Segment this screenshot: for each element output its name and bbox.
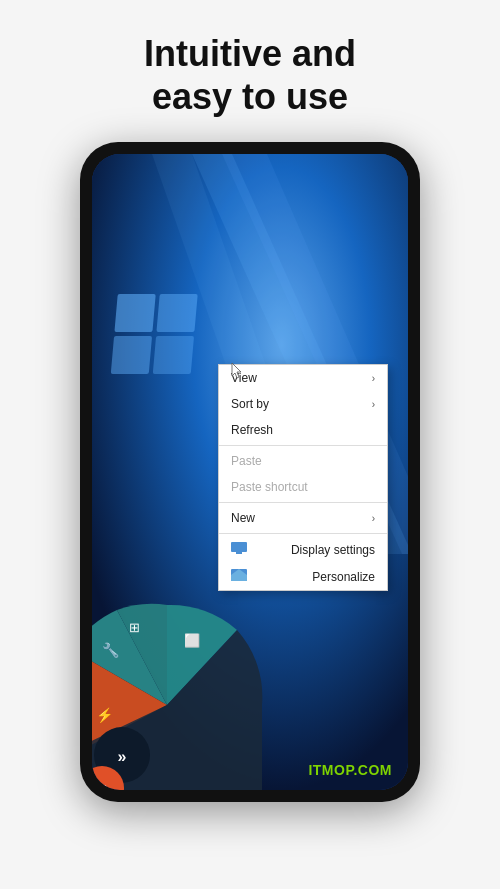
title-line2: easy to use (152, 76, 348, 117)
svg-rect-6 (111, 336, 152, 374)
menu-item-view-arrow: › (372, 373, 375, 384)
menu-item-paste: Paste (219, 448, 387, 474)
phone-screen: View › Sort by › Refresh Paste Paste sho… (92, 154, 408, 790)
personalize-icon (231, 569, 247, 584)
menu-item-display-settings-label: Display settings (291, 543, 375, 557)
menu-item-sortby[interactable]: Sort by › (219, 391, 387, 417)
menu-separator-2 (219, 502, 387, 503)
header-title: Intuitive and easy to use (40, 32, 460, 118)
radial-menu-svg: 🔧 ⊞ ⬜ ⚡ » ✕ (92, 600, 272, 790)
menu-item-new-label: New (231, 511, 255, 525)
svg-text:⚡: ⚡ (96, 707, 114, 724)
svg-text:⬜: ⬜ (184, 632, 201, 649)
menu-item-paste-shortcut: Paste shortcut (219, 474, 387, 500)
menu-item-new-arrow: › (372, 513, 375, 524)
cursor-icon (231, 362, 245, 380)
title-line1: Intuitive and (144, 33, 356, 74)
display-settings-icon (231, 542, 247, 557)
phone-wrapper: View › Sort by › Refresh Paste Paste sho… (0, 142, 500, 802)
watermark: ITMOP.COM (308, 762, 392, 778)
svg-rect-7 (153, 336, 194, 374)
context-menu: View › Sort by › Refresh Paste Paste sho… (218, 364, 388, 591)
menu-item-personalize-label: Personalize (312, 570, 375, 584)
menu-item-display-settings[interactable]: Display settings (219, 536, 387, 563)
svg-text:🔧: 🔧 (102, 642, 120, 659)
svg-rect-10 (236, 552, 242, 554)
menu-item-new[interactable]: New › (219, 505, 387, 531)
svg-marker-8 (232, 363, 241, 378)
menu-item-paste-label: Paste (231, 454, 262, 468)
menu-item-sortby-label: Sort by (231, 397, 269, 411)
svg-rect-9 (231, 542, 247, 552)
svg-text:⊞: ⊞ (129, 620, 140, 635)
svg-text:»: » (118, 748, 127, 765)
phone-frame: View › Sort by › Refresh Paste Paste sho… (80, 142, 420, 802)
app-header: Intuitive and easy to use (0, 0, 500, 142)
menu-item-personalize[interactable]: Personalize (219, 563, 387, 590)
menu-separator-3 (219, 533, 387, 534)
svg-rect-5 (156, 294, 197, 332)
menu-separator-1 (219, 445, 387, 446)
svg-rect-4 (114, 294, 155, 332)
menu-item-refresh[interactable]: Refresh (219, 417, 387, 443)
menu-item-refresh-label: Refresh (231, 423, 273, 437)
svg-text:✕: ✕ (96, 782, 108, 790)
menu-item-sortby-arrow: › (372, 399, 375, 410)
menu-item-paste-shortcut-label: Paste shortcut (231, 480, 308, 494)
